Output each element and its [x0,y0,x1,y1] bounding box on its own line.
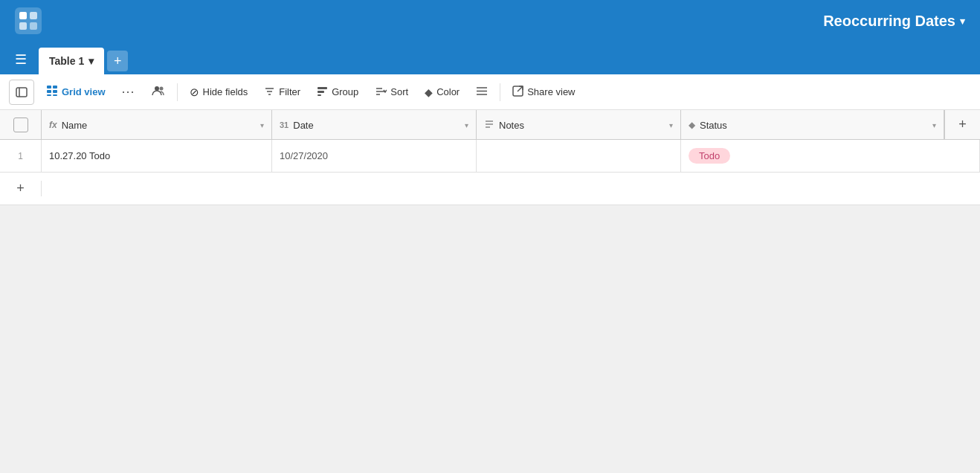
row-height-icon [476,86,488,99]
column-header-name[interactable]: fx Name ▾ [42,110,272,140]
sidebar-toggle[interactable] [9,80,34,105]
svg-rect-10 [53,90,57,93]
svg-rect-19 [317,91,324,93]
app-title[interactable]: Reoccurring Dates ▾ [823,13,965,30]
tab-arrow: ▾ [88,55,94,67]
add-row-cell: + [0,181,42,196]
svg-rect-9 [47,90,51,93]
name-col-icon: fx [49,120,57,130]
share-view-label: Share view [527,86,575,97]
svg-rect-4 [30,22,37,30]
color-label: Color [436,86,460,97]
row-number-cell: 1 [0,140,42,172]
tab-label: Table 1 [49,55,84,67]
hide-label: Hide fields [203,86,248,97]
add-row: + [0,173,980,205]
hide-fields-button[interactable]: ⊘ Hide fields [182,81,256,103]
filter-icon [264,86,275,99]
name-col-arrow: ▾ [260,121,264,129]
group-button[interactable]: Group [309,81,366,103]
notes-col-arrow: ▾ [669,121,673,129]
date-value: 10/27/2020 [280,150,328,161]
color-icon: ◆ [425,86,433,98]
name-col-label: Name [62,120,88,131]
color-button[interactable]: ◆ Color [417,82,467,103]
status-col-label: Status [700,120,727,131]
table-row: 1 10.27.20 Todo 10/27/2020 Todo [0,140,980,173]
group-icon [317,86,328,99]
table-wrapper: fx Name ▾ 31 Date ▾ Notes ▾ ◆ Status ▾ [0,110,980,473]
date-col-label: Date [293,120,313,131]
sort-button[interactable]: Sort [367,81,416,103]
sidebar-icon [16,86,28,98]
svg-point-14 [159,87,163,91]
name-value: 10.27.20 Todo [49,150,110,161]
more-icon: ··· [122,84,135,100]
app-title-text: Reoccurring Dates [823,13,955,30]
grid-view-button[interactable]: Grid view [39,80,113,103]
status-col-icon: ◆ [689,120,695,130]
name-cell[interactable]: 10.27.20 Todo [42,140,272,172]
toolbar: Grid view ··· ⊘ Hide fields Filter [0,74,980,110]
add-tab-button[interactable]: + [107,51,128,71]
row-height-button[interactable] [468,81,495,103]
status-col-arrow: ▾ [932,121,936,129]
svg-rect-2 [30,12,37,19]
notes-col-label: Notes [499,120,524,131]
svg-rect-12 [53,94,57,96]
hide-icon: ⊘ [190,86,199,99]
add-row-button[interactable]: + [16,181,25,196]
hamburger-button[interactable]: ☰ [9,48,33,71]
cursor-area [42,173,980,205]
column-header-status[interactable]: ◆ Status ▾ [681,110,944,140]
status-cell[interactable]: Todo [681,140,980,172]
share-icon [512,86,523,99]
row-num-header [0,110,42,139]
date-cell[interactable]: 10/27/2020 [272,140,477,172]
filter-button[interactable]: Filter [257,81,308,103]
more-options-button[interactable]: ··· [115,80,143,104]
share-view-button[interactable]: Share view [505,81,582,103]
svg-rect-0 [15,7,42,34]
divider1 [177,83,178,101]
divider2 [500,83,500,101]
column-headers: fx Name ▾ 31 Date ▾ Notes ▾ ◆ Status ▾ [0,110,980,140]
sort-label: Sort [390,86,408,97]
svg-point-13 [155,86,159,91]
row-number: 1 [18,151,23,161]
group-label: Group [332,86,358,97]
svg-rect-7 [47,86,51,89]
svg-rect-1 [19,12,27,19]
notes-col-icon [484,119,494,131]
top-bar: Reoccurring Dates ▾ [0,0,980,42]
sort-icon [375,86,387,99]
add-column-button[interactable]: + [944,110,980,139]
svg-line-28 [518,86,523,91]
column-header-notes[interactable]: Notes ▾ [477,110,681,140]
svg-rect-8 [53,86,57,89]
grid-view-label: Grid view [62,86,106,97]
column-header-date[interactable]: 31 Date ▾ [272,110,477,140]
svg-rect-20 [317,94,321,96]
filter-label: Filter [279,86,300,97]
tab-bar: ☰ Table 1 ▾ + [0,42,980,74]
svg-rect-18 [317,87,327,89]
grid-icon [46,85,58,99]
svg-rect-11 [47,94,51,96]
date-col-arrow: ▾ [465,121,468,129]
date-col-icon: 31 [280,120,288,129]
collaborators-button[interactable] [144,80,173,103]
notes-cell[interactable] [477,140,681,172]
empty-area [0,205,980,473]
app-title-arrow: ▾ [960,16,965,27]
collaborators-icon [152,85,165,99]
app-logo [15,7,42,34]
svg-rect-5 [16,88,27,97]
tab-table1[interactable]: Table 1 ▾ [39,48,104,74]
status-badge: Todo [689,148,730,164]
svg-rect-3 [19,22,27,30]
select-all-checkbox[interactable] [13,118,28,132]
